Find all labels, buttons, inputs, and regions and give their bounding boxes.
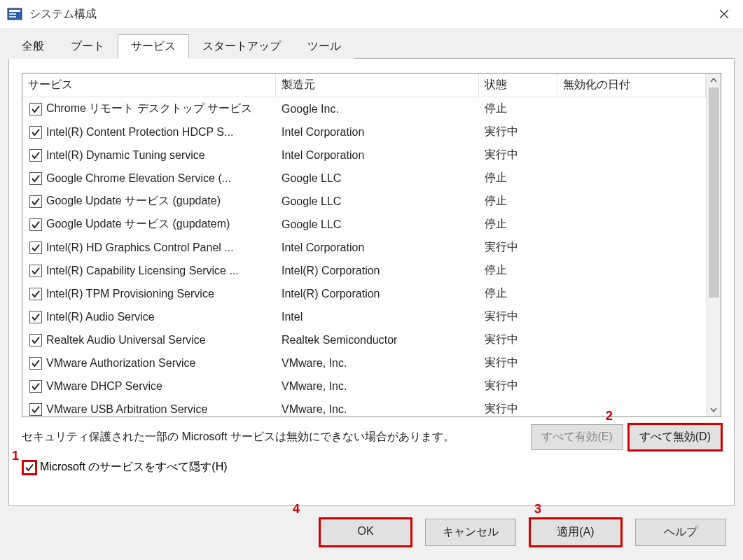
services-list: サービス 製造元 状態 無効化の日付 Chrome リモート デスクトップ サー… [22, 73, 721, 417]
row-checkbox[interactable] [29, 357, 42, 370]
table-row[interactable]: VMware USB Arbitration ServiceVMware, In… [22, 398, 706, 416]
marker-1: 1 [12, 449, 19, 463]
tab-boot[interactable]: ブート [57, 34, 118, 59]
service-name: Google Chrome Elevation Service (... [46, 172, 231, 185]
tab-tools[interactable]: ツール [294, 34, 354, 59]
window: システム構成 全般 ブート サービス スタートアップ ツール サービス 製造元 … [0, 0, 743, 560]
tab-startup[interactable]: スタートアップ [189, 34, 294, 59]
status: 停止 [479, 194, 557, 209]
status: 実行中 [479, 379, 557, 393]
tab-services[interactable]: サービス [118, 34, 189, 59]
service-name: Intel(R) Audio Service [46, 311, 155, 323]
service-name: VMware DHCP Service [46, 380, 162, 393]
scroll-down-icon[interactable] [707, 402, 721, 416]
status: 実行中 [479, 148, 557, 162]
row-checkbox[interactable] [29, 172, 42, 185]
row-checkbox[interactable] [29, 218, 42, 231]
row-checkbox[interactable] [29, 195, 42, 208]
col-header-date-disabled[interactable]: 無効化の日付 [557, 74, 706, 97]
table-row[interactable]: Chrome リモート デスクトップ サービスGoogle Inc.停止 [22, 97, 706, 120]
table-row[interactable]: VMware DHCP ServiceVMware, Inc.実行中 [22, 374, 706, 398]
scroll-thumb[interactable] [709, 88, 719, 298]
help-button[interactable]: ヘルプ [635, 519, 726, 546]
cancel-button[interactable]: キャンセル [425, 519, 516, 546]
row-checkbox[interactable] [29, 380, 42, 393]
service-name: VMware Authorization Service [46, 357, 195, 370]
close-button[interactable] [708, 0, 740, 28]
tab-panel-services: サービス 製造元 状態 無効化の日付 Chrome リモート デスクトップ サー… [8, 58, 735, 506]
table-row[interactable]: Google Update サービス (gupdatem)Google LLC停… [22, 213, 706, 236]
table-row[interactable]: Intel(R) Audio ServiceIntel実行中 [22, 305, 706, 328]
row-checkbox[interactable] [29, 126, 42, 139]
status: 実行中 [479, 240, 557, 255]
table-row[interactable]: Intel(R) Content Protection HDCP S...Int… [22, 120, 706, 144]
hide-ms-checkbox[interactable] [23, 461, 36, 474]
status: 実行中 [479, 332, 557, 347]
service-name: Intel(R) Dynamic Tuning service [46, 149, 205, 162]
col-header-service[interactable]: サービス [22, 74, 276, 97]
service-name: Realtek Audio Universal Service [46, 334, 206, 346]
marker-3: 3 [534, 502, 541, 517]
status: 停止 [479, 171, 557, 186]
status: 実行中 [479, 356, 557, 370]
row-checkbox[interactable] [29, 241, 42, 254]
col-header-status[interactable]: 状態 [479, 74, 557, 97]
status: 停止 [479, 286, 557, 301]
service-name: Google Update サービス (gupdatem) [46, 217, 230, 232]
apply-button[interactable]: 適用(A) [530, 519, 621, 546]
row-checkbox[interactable] [29, 149, 42, 162]
table-row[interactable]: Intel(R) TPM Provisioning ServiceIntel(R… [22, 282, 706, 305]
tab-general[interactable]: 全般 [8, 34, 57, 59]
svg-rect-1 [9, 10, 20, 12]
table-row[interactable]: Intel(R) Dynamic Tuning serviceIntel Cor… [22, 144, 706, 167]
table-row[interactable]: Google Update サービス (gupdate)Google LLC停止 [22, 190, 706, 213]
enable-all-button[interactable]: すべて有効(E) [531, 424, 623, 450]
list-body: Chrome リモート デスクトップ サービスGoogle Inc.停止Inte… [22, 97, 706, 416]
table-row[interactable]: Google Chrome Elevation Service (...Goog… [22, 167, 706, 190]
status: 停止 [479, 217, 557, 232]
table-row[interactable]: Intel(R) HD Graphics Control Panel ...In… [22, 236, 706, 259]
col-header-manufacturer[interactable]: 製造元 [276, 74, 479, 97]
client-area: 全般 ブート サービス スタートアップ ツール サービス 製造元 状態 無効化の… [0, 28, 743, 560]
scroll-up-icon[interactable] [707, 74, 721, 88]
row-checkbox[interactable] [29, 403, 42, 416]
svg-rect-2 [9, 13, 16, 15]
manufacturer: Intel(R) Corporation [276, 288, 479, 300]
status: 実行中 [479, 402, 557, 416]
manufacturer: Google LLC [276, 195, 479, 208]
manufacturer: Intel Corporation [276, 149, 479, 162]
hide-ms-label: Microsoft のサービスをすべて隠す(H) [40, 460, 228, 475]
service-name: VMware USB Arbitration Service [46, 403, 207, 416]
row-checkbox[interactable] [29, 334, 42, 346]
service-name: Intel(R) HD Graphics Control Panel ... [46, 241, 234, 254]
marker-4: 4 [293, 502, 300, 517]
security-note: セキュリティ保護された一部の Microsoft サービスは無効にできない場合が… [22, 430, 525, 444]
status: 停止 [479, 102, 557, 116]
table-row[interactable]: VMware Authorization ServiceVMware, Inc.… [22, 351, 706, 374]
table-row[interactable]: Realtek Audio Universal ServiceRealtek S… [22, 328, 706, 351]
marker-2: 2 [606, 409, 613, 424]
manufacturer: Intel Corporation [276, 241, 479, 254]
dialog-footer: 4 OK キャンセル 3 適用(A) ヘルプ [0, 506, 743, 546]
row-checkbox[interactable] [29, 288, 42, 300]
service-name: Intel(R) Capability Licensing Service ..… [46, 265, 239, 277]
row-checkbox[interactable] [29, 311, 42, 323]
ok-button[interactable]: OK [320, 519, 411, 546]
titlebar: システム構成 [0, 0, 743, 28]
manufacturer: Intel(R) Corporation [276, 265, 479, 277]
manufacturer: Google Inc. [276, 103, 479, 115]
table-row[interactable]: Intel(R) Capability Licensing Service ..… [22, 259, 706, 282]
disable-all-button[interactable]: すべて無効(D) [629, 424, 721, 450]
manufacturer: VMware, Inc. [276, 380, 479, 393]
svg-rect-3 [9, 16, 16, 18]
status: 実行中 [479, 309, 557, 324]
manufacturer: VMware, Inc. [276, 403, 479, 416]
app-icon [7, 6, 22, 22]
vertical-scrollbar[interactable] [706, 74, 721, 416]
row-checkbox[interactable] [29, 103, 42, 115]
row-checkbox[interactable] [29, 265, 42, 277]
service-name: Chrome リモート デスクトップ サービス [46, 102, 252, 116]
service-name: Intel(R) TPM Provisioning Service [46, 288, 214, 300]
status: 停止 [479, 263, 557, 278]
status: 実行中 [479, 125, 557, 139]
